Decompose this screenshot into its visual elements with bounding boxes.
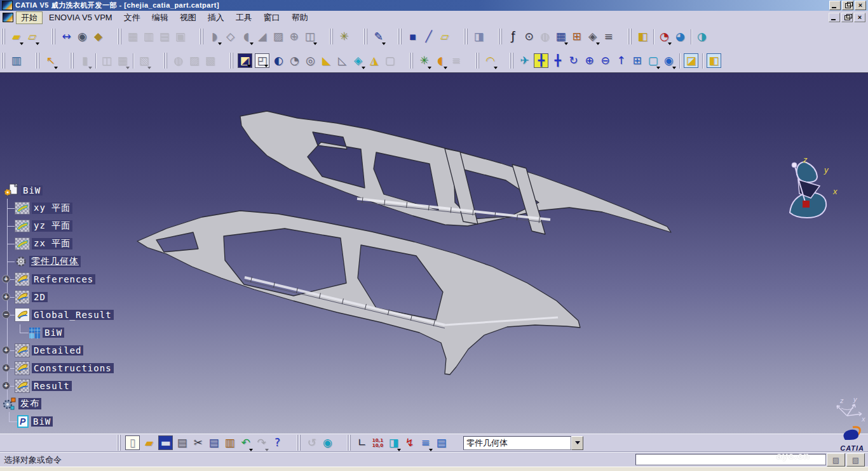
swap-visible-space-icon[interactable]: ◧: [707, 53, 721, 68]
userfeature-create-icon[interactable]: ▣: [172, 29, 188, 45]
paste-format-icon[interactable]: ▥: [8, 53, 24, 69]
dropdown-arrow-icon[interactable]: [444, 67, 447, 69]
remove-boolean-icon[interactable]: ◕: [672, 29, 688, 45]
structure-list-icon[interactable]: ≡: [448, 53, 464, 69]
mdi-close-button[interactable]: ×: [854, 13, 865, 22]
dropdown-arrow-icon[interactable]: [362, 67, 365, 69]
chamfer-icon[interactable]: ◺: [334, 53, 350, 69]
knowledge-relations-icon[interactable]: ⊞: [569, 29, 585, 45]
mdi-minimize-button[interactable]: [829, 13, 840, 22]
sketcher-icon[interactable]: ✎: [370, 29, 386, 45]
dropdown-arrow-icon[interactable]: [88, 67, 92, 69]
toolbar-grip[interactable]: [163, 53, 167, 69]
dropdown-arrow-icon[interactable]: [494, 67, 498, 69]
intersect-boolean-icon[interactable]: ◑: [694, 29, 710, 45]
whats-this-icon[interactable]: ?: [269, 435, 285, 451]
enovia-save-icon[interactable]: ▰: [8, 29, 24, 45]
measure-inertia-icon[interactable]: ◆: [90, 29, 106, 45]
lock-icon[interactable]: ◈: [585, 29, 600, 45]
comment-icon[interactable]: ⊙: [521, 29, 537, 45]
status-lock-icon[interactable]: ▧: [846, 453, 865, 467]
hide-show-icon[interactable]: ◪: [684, 53, 698, 68]
dropdown-arrow-icon[interactable]: [382, 43, 386, 45]
fillet-icon[interactable]: ◣: [318, 53, 334, 69]
rotate-icon[interactable]: ↻: [566, 53, 581, 69]
toolbar-grip[interactable]: [329, 29, 333, 44]
print-icon[interactable]: ▤: [174, 435, 190, 451]
dropdown-arrow-icon[interactable]: [126, 67, 130, 69]
instantiate-from-selection-icon[interactable]: ▥: [140, 29, 156, 45]
open-catalog-icon[interactable]: ◨: [471, 29, 487, 45]
fit-all-in-icon[interactable]: ╋: [534, 53, 548, 68]
mirror-icon[interactable]: ◫: [98, 53, 114, 69]
reorder-list-icon[interactable]: ≡: [417, 435, 433, 451]
dropdown-arrow-icon[interactable]: [264, 65, 268, 67]
update-icon[interactable]: ↯: [402, 435, 417, 451]
undo-icon[interactable]: ↶: [238, 435, 254, 451]
dropdown-arrow-icon[interactable]: [147, 67, 151, 69]
scaling-icon[interactable]: ▧: [136, 53, 152, 69]
toolbar-grip[interactable]: [51, 29, 55, 44]
part-display-icon[interactable]: ◨: [386, 435, 402, 451]
axis-system-icon[interactable]: ∟: [354, 435, 370, 451]
draft-angle-icon[interactable]: ◮: [366, 53, 382, 69]
toolbar-grip[interactable]: [297, 435, 301, 451]
restore-button[interactable]: [842, 1, 853, 10]
parameter-lock-icon[interactable]: ◍: [537, 29, 553, 45]
instantiate-from-document-icon[interactable]: ▦: [125, 29, 140, 45]
mdi-restore-button[interactable]: [841, 13, 853, 22]
plane-icon[interactable]: ▱: [437, 29, 452, 45]
dropdown-arrow-icon[interactable]: [265, 449, 269, 451]
menu-item-视图[interactable]: 视图: [175, 11, 201, 24]
point-icon[interactable]: ▪: [405, 29, 421, 45]
pad-icon[interactable]: ◩: [238, 53, 252, 68]
enovia-open-icon[interactable]: ▱: [24, 29, 40, 45]
toolbar-grip[interactable]: [229, 53, 233, 69]
fly-mode-icon[interactable]: ✈: [517, 53, 532, 69]
line-icon[interactable]: ╱: [421, 29, 437, 45]
dropdown-arrow-icon[interactable]: [250, 43, 254, 45]
globe-icon[interactable]: ◉: [320, 435, 336, 451]
thickness-icon[interactable]: ▢: [382, 53, 398, 69]
save-icon[interactable]: ▬: [158, 435, 173, 450]
toolbar-grip[interactable]: [464, 29, 468, 44]
viewport[interactable]: BiWxy 平面yz 平面zx 平面零件几何体+References+2D−Gl…: [0, 73, 868, 434]
split-body-icon[interactable]: ◐: [271, 53, 287, 69]
menu-item-插入[interactable]: 插入: [203, 11, 229, 24]
menu-item-ENOVIA V5 VPM[interactable]: ENOVIA V5 VPM: [44, 12, 118, 23]
paste-icon[interactable]: ▥: [222, 435, 238, 451]
sweep-solid-icon[interactable]: ◖: [238, 29, 254, 45]
measure-item-icon[interactable]: ◉: [74, 29, 90, 45]
add-boolean-icon[interactable]: ◔: [656, 29, 672, 45]
dropdown-arrow-icon[interactable]: [428, 67, 431, 69]
dropdown-arrow-icon[interactable]: [249, 449, 253, 451]
tools-gear-icon[interactable]: ✳: [336, 29, 352, 45]
toolbar-grip[interactable]: [409, 53, 413, 69]
open-icon[interactable]: ▰: [141, 435, 157, 451]
dropdown-arrow-icon[interactable]: [596, 43, 600, 45]
hole-icon[interactable]: ◎: [302, 53, 318, 69]
toolbar-grip[interactable]: [200, 29, 203, 44]
toolbar-grip[interactable]: [118, 29, 121, 44]
isometric-view-icon[interactable]: ▢: [645, 53, 661, 69]
toolbar-grip[interactable]: [1, 29, 5, 44]
formula-icon[interactable]: ƒ: [505, 29, 521, 45]
dropdown-arrow-icon[interactable]: [672, 67, 676, 69]
pan-icon[interactable]: ╋: [550, 53, 566, 69]
toolbar-grip[interactable]: [70, 53, 74, 69]
shell-icon[interactable]: ◈: [350, 53, 366, 69]
workbench-combo[interactable]: 零件几何体: [463, 436, 583, 450]
new-icon[interactable]: ▯: [125, 435, 140, 450]
revolve-solid-icon[interactable]: ◇: [222, 29, 238, 45]
affinity-icon[interactable]: ▨: [186, 53, 202, 69]
transform-icon[interactable]: ▩: [202, 53, 218, 69]
measure-between-icon[interactable]: ↔: [58, 29, 74, 45]
normal-view-icon[interactable]: ↑: [613, 53, 629, 69]
sphere-surface-icon[interactable]: ◍: [170, 53, 186, 69]
bend-solid-icon[interactable]: ◢: [254, 29, 270, 45]
dropdown-arrow-icon[interactable]: [656, 67, 660, 69]
weblink-icon[interactable]: ↺: [304, 435, 320, 451]
surfaces-wave-icon[interactable]: ◠: [482, 53, 498, 69]
cut-icon[interactable]: ✂: [190, 435, 206, 451]
box-solid-icon[interactable]: ◫: [302, 29, 318, 45]
